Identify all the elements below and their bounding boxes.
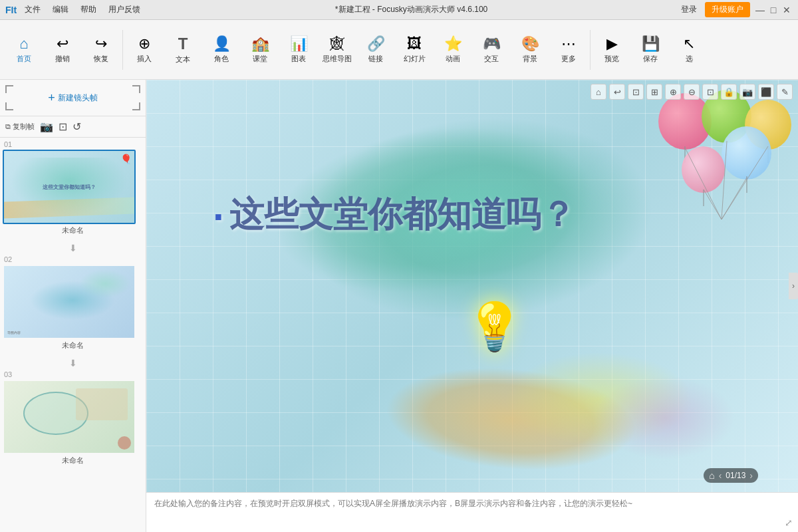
notes-textarea[interactable] xyxy=(154,498,790,527)
slide-thumb-3[interactable] xyxy=(3,380,136,454)
select-icon: ↖ xyxy=(683,35,695,53)
toolbar-background[interactable]: 🎨 背景 xyxy=(511,24,549,76)
page-home-icon[interactable]: ⌂ xyxy=(709,470,714,481)
redo-label: 恢复 xyxy=(94,54,108,64)
slide-thumb-bg-1: 🎈 这些文堂你都知道吗？ xyxy=(4,151,134,223)
toolbar-interact[interactable]: 🎮 交互 xyxy=(473,24,510,76)
toolbar-save[interactable]: 💾 保存 xyxy=(632,24,669,76)
slide-thumb-bg-3 xyxy=(4,381,134,453)
mindmap-icon: 🕸 xyxy=(330,35,344,53)
close-button[interactable]: ✕ xyxy=(781,4,793,16)
copy-frame-label: 复制帧 xyxy=(13,122,35,132)
menu-edit[interactable]: 编辑 xyxy=(47,3,74,17)
insert-icon: ⊕ xyxy=(138,35,150,53)
canvas-grid-btn[interactable]: ⊞ xyxy=(646,84,662,100)
toolbar-select[interactable]: ↖ 选 xyxy=(670,24,708,76)
toolbar-animation[interactable]: ⭐ 动画 xyxy=(434,24,471,76)
camera-button[interactable]: 📷 xyxy=(40,120,53,133)
menu-file[interactable]: 文件 xyxy=(19,3,46,17)
canvas-frame-btn[interactable]: ⊡ xyxy=(628,84,644,100)
canvas-fit-btn[interactable]: ⊡ xyxy=(702,84,718,100)
canvas-camera-btn[interactable]: 📷 xyxy=(739,84,755,100)
toolbar-chart[interactable]: 📊 图表 xyxy=(280,24,317,76)
frame-select-button[interactable]: ⊡ xyxy=(59,120,67,133)
titlebar-left: FIt 文件 编辑 帮助 用户反馈 xyxy=(0,3,146,17)
link-icon: 🔗 xyxy=(367,35,385,53)
canvas-edit-btn[interactable]: ✎ xyxy=(777,84,793,100)
slide-connector-1: ⬇ xyxy=(3,241,143,255)
redo-icon: ↪ xyxy=(95,35,107,53)
toolbar-divider-2 xyxy=(590,30,591,70)
slide-scroll-area[interactable]: 01 🎈 这些文堂你都知道吗？ 未命名 ⬇ 02 xyxy=(0,138,146,532)
menu-help[interactable]: 帮助 xyxy=(75,3,102,17)
slide-item-3: 03 未命名 xyxy=(3,370,143,466)
text-icon: T xyxy=(178,35,188,53)
notes-area: ⤢ xyxy=(146,492,798,532)
animation-icon: ⭐ xyxy=(444,35,462,53)
lightbulb-icon: 💡 xyxy=(466,299,523,354)
toolbar-text[interactable]: T 文本 xyxy=(164,24,201,76)
animation-label: 动画 xyxy=(446,54,460,64)
thumb-text-1: 这些文堂你都知道吗？ xyxy=(11,184,128,191)
frame-corner-br xyxy=(132,102,140,110)
slide-thumb-2[interactable]: 导图内容 xyxy=(3,265,136,339)
frame-corner-tl xyxy=(5,85,13,93)
save-label: 保存 xyxy=(643,54,658,64)
toolbar-divider-1 xyxy=(122,30,123,70)
undo-label: 撤销 xyxy=(55,54,70,64)
canvas-area: ⌂ ↩ ⊡ ⊞ ⊕ ⊖ ⊡ 🔒 📷 ⬛ ✎ xyxy=(146,80,798,532)
notes-expand-button[interactable]: ⤢ xyxy=(785,517,793,528)
toolbar-classroom[interactable]: 🏫 课堂 xyxy=(241,24,279,76)
toolbar-more[interactable]: ⋯ 更多 xyxy=(550,24,587,76)
copy-icon: ⧉ xyxy=(5,122,11,131)
thumb-balloons-1: 🎈 xyxy=(120,154,132,164)
upgrade-button[interactable]: 升级账户 xyxy=(705,2,750,17)
maximize-button[interactable]: □ xyxy=(767,4,779,16)
main-title[interactable]: ·这些文堂你都知道吗？ xyxy=(213,193,765,241)
right-panel-button[interactable]: › xyxy=(789,273,798,299)
text-label: 文本 xyxy=(176,55,190,65)
toolbar-slideshow[interactable]: 🖼 幻灯片 xyxy=(396,24,433,76)
minimize-button[interactable]: — xyxy=(754,4,766,16)
next-page-btn[interactable]: › xyxy=(749,470,753,481)
toolbar-role[interactable]: 👤 角色 xyxy=(203,24,240,76)
toolbar-redo[interactable]: ↪ 恢复 xyxy=(82,24,120,76)
canvas-export-btn[interactable]: ⬛ xyxy=(758,84,774,100)
toolbar-insert[interactable]: ⊕ 插入 xyxy=(126,24,163,76)
connector-icon-1: ⬇ xyxy=(69,243,77,253)
interact-icon: 🎮 xyxy=(483,35,501,53)
paint-stroke-purple xyxy=(565,346,765,466)
canvas-zoomin-btn[interactable]: ⊕ xyxy=(665,84,681,100)
toolbar-home[interactable]: ⌂ 首页 xyxy=(5,24,43,76)
canvas-zoomout-btn[interactable]: ⊖ xyxy=(684,84,700,100)
save-icon: 💾 xyxy=(642,35,660,53)
slide-name-3: 未命名 xyxy=(3,456,143,466)
toolbar-mindmap[interactable]: 🕸 思维导图 xyxy=(319,24,356,76)
preview-label: 预览 xyxy=(604,54,619,64)
page-counter: ⌂ ‹ 01/13 › xyxy=(704,468,758,483)
copy-frame-button[interactable]: ⧉ 复制帧 xyxy=(5,122,35,132)
slide-item-2: 02 导图内容 未命名 xyxy=(3,255,143,350)
background-icon: 🎨 xyxy=(521,35,539,53)
slide-thumb-1[interactable]: 🎈 这些文堂你都知道吗？ xyxy=(3,150,136,224)
toolbar-preview[interactable]: ▶ 预览 xyxy=(593,24,630,76)
canvas-back-btn[interactable]: ↩ xyxy=(609,84,625,100)
prev-page-btn[interactable]: ‹ xyxy=(719,470,722,481)
toolbar-link[interactable]: 🔗 链接 xyxy=(357,24,394,76)
home-label: 首页 xyxy=(17,54,31,64)
rotate-button[interactable]: ↺ xyxy=(72,120,81,133)
camera-icon: 📷 xyxy=(40,121,53,132)
new-frame-button[interactable]: + 新建镜头帧 xyxy=(0,80,146,116)
menu-feedback[interactable]: 用户反馈 xyxy=(103,3,146,17)
rotate-icon: ↺ xyxy=(72,121,81,132)
slideshow-icon: 🖼 xyxy=(407,35,422,53)
login-button[interactable]: 登录 xyxy=(677,3,701,17)
canvas-lock-btn[interactable]: 🔒 xyxy=(721,84,737,100)
titlebar-right: 登录 升级账户 — □ ✕ xyxy=(677,2,798,17)
toolbar-undo[interactable]: ↩ 撤销 xyxy=(44,24,81,76)
slideshow-label: 幻灯片 xyxy=(404,54,426,64)
mindmap-label: 思维导图 xyxy=(323,54,352,64)
canvas-home-btn[interactable]: ⌂ xyxy=(591,84,606,100)
home-icon: ⌂ xyxy=(19,35,28,53)
presentation-canvas[interactable]: ·这些文堂你都知道吗？ 💡 ‹ › ⌂ ‹ 01/13 › xyxy=(146,80,798,492)
